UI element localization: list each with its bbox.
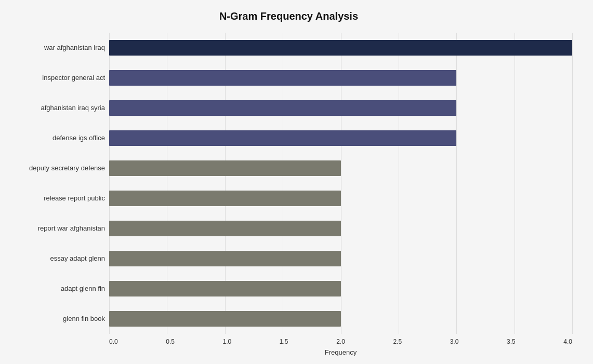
- y-label: inspector general act: [5, 64, 105, 91]
- bar-row: [109, 158, 572, 178]
- y-label: glenn fin book: [5, 305, 105, 332]
- x-tick: 1.5: [280, 338, 288, 345]
- bar: [109, 160, 341, 176]
- bar-row: [109, 128, 572, 148]
- bar-row: [109, 249, 572, 268]
- grid-and-bars: [109, 33, 572, 334]
- y-label: report war afghanistan: [5, 215, 105, 242]
- x-tick: 3.0: [450, 338, 459, 345]
- bar: [109, 130, 456, 146]
- x-tick-container: 0.00.51.01.52.02.53.03.54.0: [109, 338, 572, 345]
- bar: [109, 251, 341, 266]
- x-tick: 4.0: [563, 338, 572, 345]
- bar: [109, 281, 341, 296]
- x-tick: 2.0: [336, 338, 345, 345]
- y-label: war afghanistan iraq: [5, 34, 105, 61]
- bar: [109, 191, 341, 206]
- bar: [109, 221, 341, 236]
- x-axis-label: Frequency: [109, 348, 572, 356]
- x-tick: 3.5: [507, 338, 516, 345]
- bar-row: [109, 98, 572, 118]
- x-axis: 0.00.51.01.52.02.53.03.54.0: [109, 334, 572, 345]
- chart-area: war afghanistan iraqinspector general ac…: [5, 33, 572, 334]
- y-label: adapt glenn fin: [5, 275, 105, 302]
- y-axis-labels: war afghanistan iraqinspector general ac…: [5, 33, 109, 334]
- bar-row: [109, 188, 572, 208]
- y-label: essay adapt glenn: [5, 245, 105, 272]
- y-label: deputy secretary defense: [5, 155, 105, 182]
- chart-container: N-Gram Frequency Analysis war afghanista…: [0, 0, 593, 364]
- x-tick: 1.0: [223, 338, 232, 345]
- bar-row: [109, 68, 572, 88]
- bar-row: [109, 309, 572, 329]
- y-label: release report public: [5, 185, 105, 212]
- x-tick: 0.0: [109, 338, 118, 345]
- grid-line: [572, 33, 573, 334]
- bar-row: [109, 38, 572, 58]
- bars-section: [109, 33, 572, 334]
- chart-title: N-Gram Frequency Analysis: [5, 10, 572, 22]
- bar-row: [109, 279, 572, 299]
- x-tick: 2.5: [393, 338, 402, 345]
- bar: [109, 311, 341, 327]
- bar: [109, 70, 456, 86]
- y-label: afghanistan iraq syria: [5, 95, 105, 122]
- y-label: defense igs office: [5, 125, 105, 152]
- x-tick: 0.5: [166, 338, 175, 345]
- bar: [109, 100, 456, 116]
- bar-row: [109, 219, 572, 238]
- bars-wrapper: [109, 33, 572, 334]
- bar: [109, 40, 572, 56]
